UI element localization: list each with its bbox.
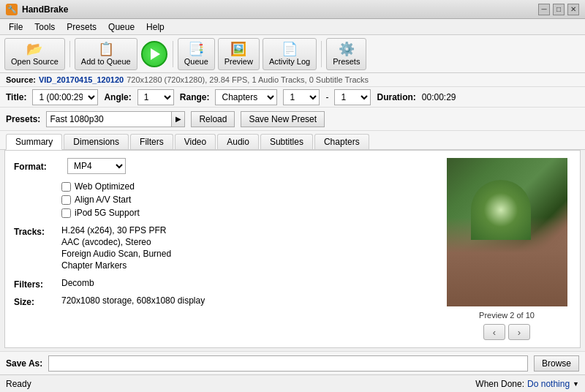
- queue-button[interactable]: 📑 Queue: [178, 38, 215, 70]
- track-line-4: Chapter Markers: [61, 260, 425, 271]
- angle-label: Angle:: [104, 92, 131, 102]
- preview-next-button[interactable]: ›: [508, 324, 530, 340]
- menu-file[interactable]: File: [3, 20, 29, 34]
- when-done-value: Do nothing: [527, 379, 570, 389]
- toolbar: 📂 Open Source 📋 Add to Queue 📑 Queue 🖼️ …: [0, 35, 585, 73]
- preview-button[interactable]: 🖼️ Preview: [218, 38, 260, 70]
- open-source-button[interactable]: 📂 Open Source: [4, 38, 65, 70]
- format-row: Format: MP4: [14, 158, 425, 174]
- duration-label: Duration:: [377, 92, 415, 102]
- title-select[interactable]: 1 (00:00:29): [32, 89, 98, 105]
- menu-tools[interactable]: Tools: [29, 20, 61, 34]
- align-av-checkbox[interactable]: [61, 195, 71, 205]
- source-label: Source:: [6, 75, 36, 84]
- presets-toolbar-button[interactable]: ⚙️ Presets: [326, 38, 366, 70]
- tracks-row: Tracks: H.264 (x264), 30 FPS PFR AAC (av…: [14, 225, 425, 272]
- filters-value: Decomb: [61, 278, 425, 288]
- menu-queue[interactable]: Queue: [102, 20, 140, 34]
- align-av-row: Align A/V Start: [61, 195, 425, 205]
- tab-audio[interactable]: Audio: [217, 134, 259, 149]
- minimize-button[interactable]: ─: [538, 4, 550, 15]
- when-done-arrow[interactable]: ▼: [573, 380, 579, 388]
- range-separator: -: [325, 92, 328, 102]
- track-line-1: H.264 (x264), 30 FPS PFR: [61, 225, 425, 235]
- titlebar-left: 🔧 HandBrake: [6, 4, 68, 15]
- range-from-select[interactable]: 1: [283, 89, 320, 105]
- activity-log-button[interactable]: 📄 Activity Log: [263, 38, 317, 70]
- toolbar-separator-2: [173, 41, 173, 67]
- presets-input-wrapper: Fast 1080p30 ▶: [46, 111, 185, 127]
- open-source-label: Open Source: [11, 57, 58, 66]
- title-label: Title:: [6, 92, 26, 102]
- tabs-bar: Summary Dimensions Filters Video Audio S…: [0, 131, 585, 150]
- summary-panel: Format: MP4 Web Optimized Align A/V Star…: [5, 151, 434, 347]
- menubar: File Tools Presets Queue Help: [0, 19, 585, 35]
- status-bar: Ready When Done: Do nothing ▼: [0, 374, 585, 392]
- activity-log-icon: 📄: [282, 42, 298, 56]
- ipod-label: iPod 5G Support: [75, 208, 140, 218]
- ipod-row: iPod 5G Support: [61, 208, 425, 218]
- save-bar: Save As: Browse: [0, 351, 585, 374]
- save-new-preset-button[interactable]: Save New Preset: [241, 111, 325, 127]
- browse-button[interactable]: Browse: [534, 355, 579, 372]
- format-label: Format:: [14, 160, 61, 172]
- tab-dimensions[interactable]: Dimensions: [64, 134, 129, 149]
- add-to-queue-label: Add to Queue: [81, 57, 131, 66]
- preview-label: Preview: [224, 57, 253, 66]
- tab-chapters[interactable]: Chapters: [314, 134, 369, 149]
- when-done-label: When Done:: [475, 379, 524, 389]
- format-select[interactable]: MP4: [67, 158, 126, 174]
- titlebar-controls: ─ □ ✕: [538, 4, 579, 15]
- presets-toolbar-label: Presets: [333, 57, 360, 66]
- titlebar: 🔧 HandBrake ─ □ ✕: [0, 0, 585, 19]
- range-to-select[interactable]: 1: [334, 89, 371, 105]
- when-done: When Done: Do nothing ▼: [475, 379, 579, 389]
- toolbar-separator-3: [321, 41, 322, 67]
- presets-input[interactable]: Fast 1080p30: [47, 112, 171, 127]
- close-button[interactable]: ✕: [567, 4, 579, 15]
- tab-filters[interactable]: Filters: [130, 134, 173, 149]
- web-optimized-label: Web Optimized: [75, 181, 135, 192]
- presets-bar: Presets: Fast 1080p30 ▶ Reload Save New …: [0, 108, 585, 131]
- size-row: Size: 720x1080 storage, 608x1080 display: [14, 295, 425, 307]
- preview-nav: ‹ ›: [483, 324, 530, 340]
- preview-prev-button[interactable]: ‹: [483, 324, 505, 340]
- status-text: Ready: [6, 379, 31, 389]
- tab-subtitles[interactable]: Subtitles: [260, 134, 313, 149]
- queue-icon: 📑: [188, 42, 204, 56]
- start-encode-button[interactable]: [140, 40, 168, 68]
- align-av-label: Align A/V Start: [75, 195, 131, 205]
- maximize-button[interactable]: □: [553, 4, 565, 15]
- ipod-checkbox[interactable]: [61, 208, 71, 218]
- app-icon: 🔧: [6, 4, 18, 15]
- web-optimized-checkbox[interactable]: [61, 182, 71, 192]
- menu-presets[interactable]: Presets: [61, 20, 102, 34]
- filters-label: Filters:: [14, 278, 61, 290]
- tab-video[interactable]: Video: [175, 134, 216, 149]
- range-type-select[interactable]: Chapters: [215, 89, 277, 105]
- reload-button[interactable]: Reload: [191, 111, 235, 127]
- title-bar: Title: 1 (00:00:29) Angle: 1 Range: Chap…: [0, 87, 585, 108]
- menu-help[interactable]: Help: [140, 20, 170, 34]
- save-path-input[interactable]: [48, 355, 528, 372]
- presets-dropdown-button[interactable]: ▶: [171, 112, 184, 127]
- angle-select[interactable]: 1: [137, 89, 174, 105]
- size-label: Size:: [14, 295, 61, 307]
- tab-summary[interactable]: Summary: [6, 134, 62, 150]
- presets-icon: ⚙️: [339, 42, 355, 56]
- main-content: Format: MP4 Web Optimized Align A/V Star…: [4, 150, 581, 348]
- activity-log-label: Activity Log: [269, 57, 310, 66]
- play-triangle: [151, 48, 160, 60]
- source-details: 720x1280 (720x1280), 29.84 FPS, 1 Audio …: [127, 75, 369, 84]
- size-value: 720x1080 storage, 608x1080 display: [61, 295, 425, 306]
- source-filename: VID_20170415_120120: [39, 75, 124, 84]
- duration-value: 00:00:29: [422, 92, 456, 102]
- toolbar-separator-1: [69, 41, 70, 67]
- save-as-label: Save As:: [6, 358, 42, 369]
- add-to-queue-button[interactable]: 📋 Add to Queue: [75, 38, 137, 70]
- preview-icon: 🖼️: [230, 42, 246, 56]
- source-bar: Source: VID_20170415_120120 720x1280 (72…: [0, 73, 585, 87]
- add-to-queue-icon: 📋: [98, 42, 114, 56]
- filters-row: Filters: Decomb: [14, 278, 425, 290]
- app-title: HandBrake: [22, 4, 68, 15]
